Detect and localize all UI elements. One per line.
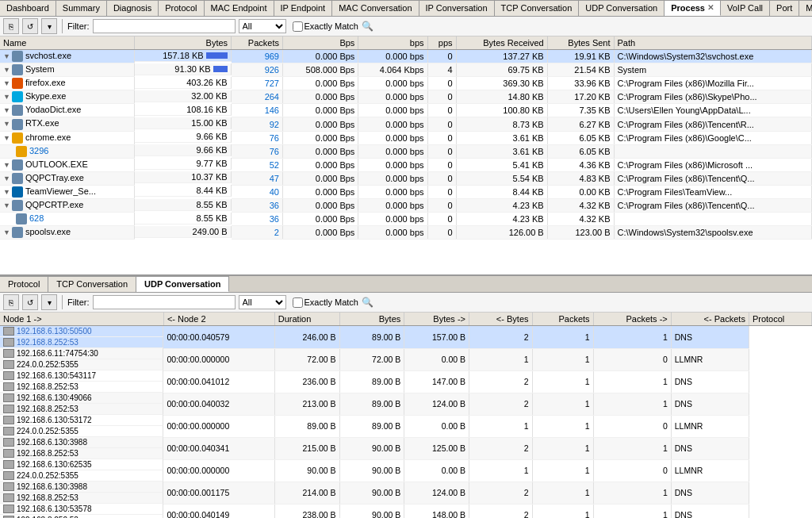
toolbar-btn-1[interactable]: ⎘ (3, 18, 19, 34)
sub-tab-protocol[interactable]: Protocol (0, 276, 48, 292)
expand-icon[interactable]: ▼ (3, 228, 10, 236)
bytes-value: 9.77 KB (196, 159, 227, 168)
col-path[interactable]: Path (614, 36, 811, 50)
pkts-in-cell: 0 (593, 459, 671, 482)
tab-matrix[interactable]: Matrix (799, 0, 812, 16)
process-icon (12, 132, 23, 144)
tab-ip-conversation[interactable]: IP Conversation (419, 0, 495, 16)
udp-exactly-match-checkbox[interactable] (293, 297, 303, 308)
bytes-value: 403.26 KB (186, 78, 227, 87)
udp-col-protocol[interactable]: Protocol (749, 313, 811, 326)
node1-cell: 192.168.6.130:50500 (0, 326, 163, 337)
filter-all-select[interactable]: All (239, 19, 286, 33)
expand-icon[interactable]: ▼ (3, 106, 10, 114)
process-icon (12, 119, 23, 130)
tab-diagnosis[interactable]: Diagnosis (107, 0, 159, 16)
udp-col-node2[interactable]: <- Node 2 (163, 313, 274, 326)
process-icon (12, 173, 23, 184)
udp-filter-input[interactable] (93, 295, 236, 309)
udp-col-pkts-in[interactable]: <- Packets (671, 313, 749, 326)
tab-port[interactable]: Port (770, 0, 799, 16)
udp-col-bytes-out[interactable]: Bytes -> (404, 313, 469, 326)
toolbar-btn-2[interactable]: ↺ (22, 18, 38, 34)
protocol-cell: DNS (671, 370, 749, 393)
bytes-cell: 157.18 KB (135, 50, 232, 62)
col-sent[interactable]: Bytes Sent (547, 36, 614, 50)
col-received[interactable]: Bytes Received (456, 36, 547, 50)
udp-toolbar-btn-dropdown[interactable]: ▾ (41, 294, 57, 310)
udp-col-node1[interactable]: Node 1 -> (0, 313, 163, 326)
udp-filter-all-select[interactable]: All (239, 295, 286, 309)
udp-col-bytes-in[interactable]: <- Bytes (469, 313, 533, 326)
computer-icon (3, 493, 14, 502)
received-cell: 126.00 B (456, 226, 547, 240)
bytes-cell: 89.00 B (274, 415, 339, 437)
sent-cell: 17.20 KB (547, 90, 614, 104)
udp-toolbar-btn-2[interactable]: ↺ (22, 294, 38, 310)
expand-icon[interactable]: ▼ (3, 134, 10, 142)
tab-mac-conversation[interactable]: MAC Conversation (332, 0, 419, 16)
filter-input[interactable] (93, 19, 236, 33)
tab-close-icon[interactable]: ✕ (707, 2, 714, 13)
col-pps[interactable]: pps (427, 36, 456, 50)
bytes-bar (206, 52, 228, 59)
col-bps[interactable]: Bps (282, 36, 358, 50)
bps2-cell: 4.064 Kbps (358, 63, 427, 77)
bytes-cell: 403.26 KB (135, 77, 232, 89)
pkts-in-cell: 1 (593, 370, 671, 393)
process-name-cell: ▼QQPCRTP.exe (0, 199, 134, 213)
udp-toolbar-btn-1[interactable]: ⎘ (3, 294, 19, 310)
computer-icon (3, 371, 14, 380)
process-toolbar: ⎘ ↺ ▾ Filter: All Exactly Match 🔍 (0, 17, 812, 36)
udp-col-pkts-out[interactable]: Packets -> (593, 313, 671, 326)
col-bps2[interactable]: bps (358, 36, 427, 50)
udp-col-duration[interactable]: Duration (274, 313, 339, 326)
bytes-out-cell: 90.00 B (339, 482, 404, 504)
expand-icon[interactable]: ▼ (3, 120, 10, 128)
tab-summary[interactable]: Summary (56, 0, 107, 16)
process-table-wrapper[interactable]: Name Bytes Packets Bps bps pps Bytes Rec… (0, 36, 812, 274)
sub-tab-tcp-conversation[interactable]: TCP Conversation (48, 276, 136, 292)
expand-icon[interactable]: ▼ (3, 93, 10, 101)
tab-udp-conversation[interactable]: UDP Conversation (579, 0, 665, 16)
node2-cell: 224.0.0.252:5355 (0, 470, 163, 482)
udp-table-wrapper[interactable]: Node 1 -> <- Node 2 Duration Bytes Bytes… (0, 313, 812, 518)
expand-icon[interactable]: ▼ (3, 188, 10, 196)
bytes-value: 32.00 KB (191, 91, 227, 101)
expand-icon[interactable]: ▼ (3, 201, 10, 209)
bps2-cell: 0.000 bps (358, 213, 427, 226)
col-packets[interactable]: Packets (232, 36, 283, 50)
tab-mac-endpoint[interactable]: MAC Endpoint (205, 0, 274, 16)
process-icon (12, 227, 23, 238)
toolbar-btn-dropdown[interactable]: ▾ (41, 18, 57, 34)
tab-tcp-conversation[interactable]: TCP Conversation (495, 0, 580, 16)
bytes-out-cell: 72.00 B (339, 348, 404, 370)
expand-icon[interactable]: ▼ (3, 161, 10, 169)
col-bytes[interactable]: Bytes (134, 36, 231, 50)
received-cell: 137.27 KB (456, 50, 547, 63)
bytes-cell: 108.16 KB (135, 104, 232, 116)
tab-voip[interactable]: VoIP Call (721, 0, 770, 16)
exactly-match-checkbox[interactable] (293, 21, 303, 32)
tab-protocol[interactable]: Protocol (159, 0, 204, 16)
udp-col-bytes[interactable]: Bytes (339, 313, 404, 326)
bps2-cell: 0.000 bps (358, 50, 427, 63)
process-name-cell: ▼System (0, 63, 134, 77)
sent-cell: 4.32 KB (547, 199, 614, 213)
udp-col-packets[interactable]: Packets (532, 313, 593, 326)
expand-icon[interactable]: ▼ (3, 79, 10, 87)
tab-ip-endpoint[interactable]: IP Endpoint (274, 0, 333, 16)
node1-cell: 192.168.6.130:53578 (0, 504, 163, 515)
node1-cell: 192.168.6.130:53172 (0, 415, 163, 426)
sub-tab-udp-conversation[interactable]: UDP Conversation (136, 276, 229, 292)
expand-icon[interactable]: ▼ (3, 175, 10, 182)
expand-icon[interactable]: ▼ (3, 66, 10, 74)
bps2-cell: 0.000 bps (358, 144, 427, 158)
pkts-out-cell: 1 (532, 415, 593, 437)
sent-cell: 123.00 B (547, 226, 614, 240)
tab-process[interactable]: Process ✕ (665, 0, 721, 16)
col-name[interactable]: Name (0, 36, 134, 50)
tab-dashboard[interactable]: Dashboard (0, 0, 56, 16)
expand-icon[interactable]: ▼ (3, 52, 10, 60)
toolbar-separator (62, 19, 63, 33)
